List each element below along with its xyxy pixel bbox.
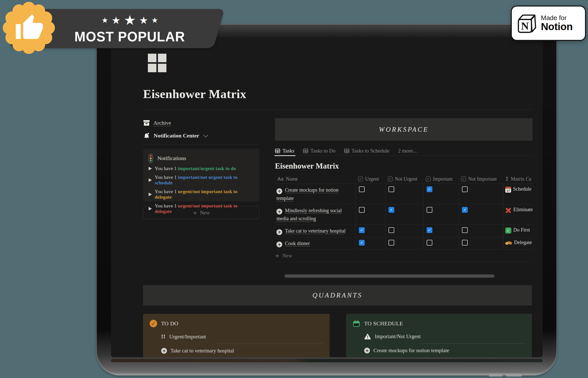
calendar-icon	[353, 320, 360, 327]
checkbox-cell-not_urgent	[385, 184, 423, 204]
archive-link[interactable]: Archive	[143, 118, 259, 127]
notification-link[interactable]: important/not urgent task to schedule	[155, 175, 238, 185]
task-name-link[interactable]: Mindlessly refreshing social media and s…	[276, 208, 342, 221]
made-for-notion-badge: N Made for Notion	[511, 6, 586, 41]
open-page-icon[interactable]: +	[276, 229, 282, 235]
view-tabs: TasksTasks to DoTasks to Schedule2 more.…	[275, 146, 533, 156]
column-label: Not Important	[468, 176, 497, 182]
notification-link[interactable]: urgent/not important task to delegate	[155, 189, 238, 200]
column-header-not_urgent[interactable]: ✓Not Urgent	[385, 176, 423, 182]
category-label: Schedule	[513, 186, 531, 192]
most-popular-label: MOST POPULAR	[74, 29, 185, 45]
table-row: +Create mockups for notion template✓17Sc…	[275, 184, 533, 204]
quadrant-cards: ✓ TO DO !! Urgent/Important + Take cat t…	[143, 314, 532, 357]
checkbox-important-checked[interactable]: ✓	[427, 186, 432, 192]
checkbox-not_urgent-unchecked[interactable]	[388, 186, 394, 192]
category-label: Eliminate	[513, 207, 533, 212]
checkbox-urgent-unchecked[interactable]	[359, 186, 365, 192]
open-page-icon[interactable]: +	[276, 209, 282, 214]
plus-icon: +	[193, 210, 197, 216]
chevron-down-icon	[204, 132, 209, 137]
table-new-row-button[interactable]: +New	[275, 250, 533, 262]
divider	[216, 344, 323, 344]
category-label: Delegate	[514, 240, 532, 245]
tab-tasks-to-schedule[interactable]: Tasks to Schedule	[344, 146, 389, 156]
checkbox-not_urgent-unchecked[interactable]	[388, 227, 394, 233]
checkbox-cell-urgent: ✓	[356, 237, 385, 250]
scene: Eisenhower Matrix Archive	[0, 0, 588, 378]
text-icon: Aa	[277, 176, 284, 182]
column-header-category[interactable]: ΣMatrix Ca	[503, 176, 533, 182]
handshake-emoji	[505, 240, 512, 246]
checkbox-important-checked[interactable]: ✓	[427, 227, 432, 233]
svg-text:N: N	[521, 20, 529, 32]
divider	[419, 343, 525, 344]
toggle-arrow-icon[interactable]	[149, 193, 152, 196]
task-name-link[interactable]: Cook dinner	[285, 241, 310, 246]
checkbox-not_urgent-checked[interactable]: ✓	[388, 207, 394, 213]
open-page-icon[interactable]: +	[161, 348, 167, 354]
toggle-arrow-icon[interactable]	[149, 207, 152, 210]
column-label: Important	[433, 176, 453, 182]
checkbox-not_urgent-unchecked[interactable]	[388, 240, 394, 246]
card-task-link[interactable]: Take cat to veterinary hospital	[170, 348, 234, 354]
notification-link[interactable]: important/urgent task to do	[178, 166, 236, 171]
checkbox-not_important-unchecked[interactable]	[462, 186, 468, 192]
column-label: Not Urgent	[395, 176, 417, 182]
divider	[143, 144, 259, 144]
checkbox-cell-not_important	[459, 225, 503, 237]
notification-center-label: Notification Center	[154, 132, 199, 139]
page-icon[interactable]	[148, 54, 166, 72]
task-name-link[interactable]: Create mockups for notion template	[276, 187, 339, 201]
table-icon	[303, 148, 308, 154]
open-page-icon[interactable]: +	[364, 348, 370, 353]
checkbox-cell-urgent	[356, 184, 385, 204]
checkbox-important-unchecked[interactable]	[427, 240, 432, 246]
toggle-arrow-icon[interactable]	[149, 167, 152, 170]
screen-reflection	[111, 359, 543, 362]
column-header-not_important[interactable]: ✓Not Important	[459, 176, 503, 182]
toggle-arrow-icon[interactable]	[149, 178, 152, 182]
open-page-icon[interactable]: +	[276, 242, 282, 247]
traffic-light-icon	[149, 154, 153, 163]
check-circle-icon: ✓	[150, 320, 157, 327]
checkbox-cell-important	[423, 237, 459, 250]
checkbox-not_important-checked[interactable]: ✓	[462, 207, 468, 213]
notion-page: Eisenhower Matrix Archive	[111, 38, 543, 357]
tab-tasks[interactable]: Tasks	[275, 146, 295, 156]
checkbox-urgent-checked[interactable]: ✓	[359, 227, 365, 233]
task-name-link[interactable]: Take cat to veterinary hospital	[285, 228, 346, 234]
callout-title: Notifications	[157, 155, 186, 162]
checkbox-not_important-unchecked[interactable]	[462, 227, 468, 233]
bell-icon	[143, 132, 150, 139]
calendar-emoji: 17	[505, 187, 511, 193]
tab-label: 2 more...	[398, 148, 417, 154]
card-task-link[interactable]: Create mockups for notion template	[373, 347, 449, 354]
checkbox-urgent-checked[interactable]: ✓	[359, 240, 365, 246]
task-name-cell: +Cook dinner	[275, 237, 356, 250]
warning-icon	[364, 333, 371, 340]
table-row: +Take cat to veterinary hospital✓✓✓Do Fi…	[275, 225, 533, 237]
tab-2-more-[interactable]: 2 more...	[398, 146, 417, 156]
column-header-name[interactable]: AaName	[275, 176, 356, 182]
checkbox-important-unchecked[interactable]	[427, 207, 432, 213]
notification-text: You have 1 important/not urgent task to …	[155, 175, 254, 186]
checkbox-icon: ✓	[388, 177, 393, 181]
notification-center-toggle[interactable]: Notification Center	[143, 131, 259, 140]
notification-item: You have 1 important/not urgent task to …	[149, 175, 254, 186]
checkbox-cell-not_urgent	[385, 225, 423, 237]
horizontal-scrollbar[interactable]	[284, 274, 495, 278]
checkbox-cell-important: ✓	[423, 184, 459, 204]
checkbox-not_important-unchecked[interactable]	[462, 240, 468, 246]
tablet-frame: Eisenhower Matrix Archive	[96, 24, 557, 375]
tab-tasks-to-do[interactable]: Tasks to Do	[303, 146, 336, 156]
open-page-icon[interactable]: +	[276, 188, 282, 194]
notion-logo: N	[516, 13, 537, 34]
column-header-urgent[interactable]: ✓Urgent	[356, 176, 385, 182]
double-exclamation-icon: !!	[161, 333, 165, 340]
checkbox-cell-important	[423, 204, 459, 225]
notification-list: You have 1 important/urgent task to doYo…	[149, 166, 254, 214]
thumbs-up-icon	[15, 13, 44, 43]
column-header-important[interactable]: ✓Important	[423, 176, 459, 182]
checkbox-urgent-unchecked[interactable]	[359, 207, 365, 213]
